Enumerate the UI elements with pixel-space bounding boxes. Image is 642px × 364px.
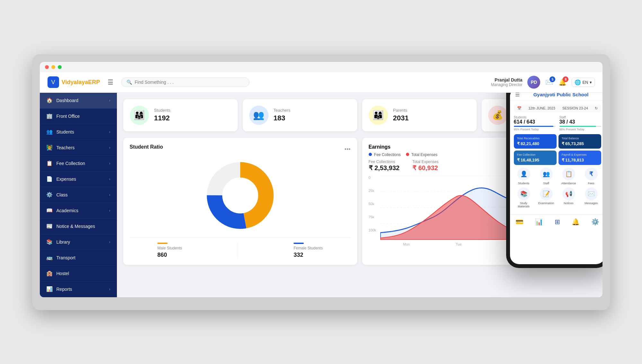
staff-quick-icon: 👥 xyxy=(540,168,553,180)
students-stat-icon: 👨‍👩‍👧 xyxy=(130,106,149,125)
svg-point-3 xyxy=(223,178,258,213)
user-name: Pranjal Dutta xyxy=(491,77,522,82)
logo-text-part1: Vidyalaya xyxy=(62,79,88,85)
students-quick-label: Students xyxy=(518,182,530,185)
attendance-quick-icon: 📋 xyxy=(562,168,575,180)
students-stat-info: Students 1192 xyxy=(154,108,171,122)
phone-icon-fees[interactable]: ₹ Fees xyxy=(581,168,601,185)
dashboard-icon: 🏠 xyxy=(46,97,53,104)
sidebar: 🏠 Dashboard › 🏢 Front Office 👥 Students … xyxy=(40,93,117,297)
mobile-phone: ☰ Gyanjyoti Public School 📅 12th JUNE, 2… xyxy=(506,93,602,268)
sidebar-label-class: Class xyxy=(57,192,109,197)
sidebar-item-library[interactable]: 📚 Library › xyxy=(40,234,117,250)
sidebar-item-reports[interactable]: 📊 Reports › xyxy=(40,282,117,297)
phone-students-pct: 95% Present Today xyxy=(514,128,556,131)
top-nav: V VidyalayaERP ☰ 🔍 Pranjal Dutta Managin… xyxy=(40,72,602,93)
search-input[interactable] xyxy=(135,80,244,85)
donut-container: Male Students 860 Female Students 332 xyxy=(130,160,351,258)
phone-icon-exam[interactable]: 📝 Examination xyxy=(536,187,556,208)
donut-legend: Male Students 860 Female Students 332 xyxy=(130,237,351,258)
male-legend-line xyxy=(157,243,168,244)
hamburger-button[interactable]: ☰ xyxy=(106,77,115,87)
app-body: 🏠 Dashboard › 🏢 Front Office 👥 Students … xyxy=(40,93,602,297)
y-label-0: 0 xyxy=(369,176,380,179)
stat-card-students: 👨‍👩‍👧 Students 1192 xyxy=(123,99,238,131)
browser-dot-green xyxy=(58,65,62,69)
fees-quick-label: Fees xyxy=(588,182,594,185)
phone-session-icon: ↻ xyxy=(595,106,598,110)
sidebar-item-class[interactable]: ⚙️ Class › xyxy=(40,187,117,203)
sidebar-item-students[interactable]: 👥 Students › xyxy=(40,124,117,140)
sidebar-label-fee-collection: Fee Collection xyxy=(57,161,109,166)
earnings-legend: Fee Collections Total Expenses xyxy=(369,152,438,157)
female-legend-label: Female Students xyxy=(294,246,323,250)
sidebar-item-fee-collection[interactable]: 📋 Fee Collection › xyxy=(40,156,117,171)
mail-button[interactable]: ✉️ 5 xyxy=(545,78,553,86)
sidebar-item-expenses[interactable]: 📄 Expenses › xyxy=(40,171,117,187)
phone-body: 📅 12th JUNE, 2023 SESSION 23-24 ↻ Studen… xyxy=(510,100,602,214)
expense-value-block: Total Expenses ₹ 60,932 xyxy=(412,160,438,172)
user-info: Pranjal Dutta Managing Director xyxy=(491,77,522,87)
language-button[interactable]: 🌐 EN ▾ xyxy=(572,78,594,87)
hostel-icon: 🏨 xyxy=(46,270,53,277)
phone-icon-attendance[interactable]: 📋 Attendance xyxy=(559,168,579,185)
sidebar-item-academics[interactable]: 📖 Academics › xyxy=(40,203,117,219)
notices-quick-icon: 📢 xyxy=(562,187,575,200)
stat-card-parents: 👨‍👩‍👦 Parents 2031 xyxy=(362,99,477,131)
phone-icon-messages[interactable]: ✉️ Messages xyxy=(581,187,601,208)
class-icon: ⚙️ xyxy=(46,192,53,198)
phone-nav-bell[interactable]: 🔔 xyxy=(572,218,580,226)
phone-nav-wallet[interactable]: 💳 xyxy=(515,218,523,226)
sidebar-label-library: Library xyxy=(57,239,109,245)
phone-school-name: Gyanjyoti Public School xyxy=(522,93,600,97)
phone-icon-study[interactable]: 📚 Study Materials xyxy=(514,187,534,208)
sidebar-item-teachers[interactable]: 👨‍🏫 Teachers › xyxy=(40,140,117,156)
academics-icon: 📖 xyxy=(46,207,53,214)
exam-quick-label: Examination xyxy=(538,202,554,205)
phone-quick-icons-row1: 👤 Students 👥 Staff 📋 Attendance xyxy=(514,168,601,185)
notif-badge: 8 xyxy=(563,76,568,82)
phone-students-bar-fill xyxy=(514,126,554,127)
chevron-reports: › xyxy=(109,287,110,291)
parents-stat-icon: 👨‍👩‍👦 xyxy=(369,106,388,125)
teachers-stat-label: Teachers xyxy=(274,108,291,113)
chevron-fee-collection: › xyxy=(109,161,110,166)
browser-chrome xyxy=(40,62,602,72)
sidebar-item-front-office[interactable]: 🏢 Front Office xyxy=(40,108,117,124)
sidebar-item-dashboard[interactable]: 🏠 Dashboard › xyxy=(40,93,117,108)
phone-hamburger-icon: ☰ xyxy=(515,93,520,98)
phone-nav-grid[interactable]: ⊞ xyxy=(555,218,560,226)
phone-bottom-nav: 💳 📊 ⊞ 🔔 ⚙️ xyxy=(510,214,602,229)
reports-icon: 📊 xyxy=(46,286,53,292)
parents-stat-info: Parents 2031 xyxy=(393,108,409,122)
phone-payroll-label: Payroll & Expenses xyxy=(562,153,598,156)
sidebar-item-notice-messages[interactable]: 📰 Notice & Messages xyxy=(40,219,117,234)
sidebar-item-transport[interactable]: 🚌 Transport xyxy=(40,250,117,266)
sidebar-item-hostel[interactable]: 🏨 Hostel xyxy=(40,266,117,282)
chevron-class: › xyxy=(109,193,110,197)
language-label: EN xyxy=(582,80,588,85)
fee-collection-earn-value: ₹ 2,53,932 xyxy=(369,164,400,172)
phone-payroll: Payroll & Expenses ₹ 11,78,813 xyxy=(558,151,601,165)
male-legend-label: Male Students xyxy=(157,246,182,250)
phone-receivables-label: Total Receivables xyxy=(517,137,553,140)
students-icon: 👥 xyxy=(46,129,53,135)
phone-icon-students[interactable]: 👤 Students xyxy=(514,168,534,185)
y-label-75k: 75k xyxy=(369,215,380,219)
chevron-academics: › xyxy=(109,208,110,213)
earnings-title: Earnings Fee Collections Total Expenses xyxy=(369,144,438,157)
notifications-button[interactable]: 🔔 8 xyxy=(558,78,567,86)
phone-students-value: 614 / 643 xyxy=(514,119,556,125)
expenses-icon: 📄 xyxy=(46,176,53,182)
phone-staff-pct: 88% Present Today xyxy=(559,128,601,131)
phone-icon-notices[interactable]: 📢 Notices xyxy=(559,187,579,208)
browser-dot-yellow xyxy=(51,65,55,69)
students-stat-label: Students xyxy=(154,108,171,113)
phone-nav-settings[interactable]: ⚙️ xyxy=(591,218,599,226)
chart-options-button[interactable]: ••• xyxy=(345,146,351,153)
sidebar-label-front-office: Front Office xyxy=(57,114,110,119)
phone-screen: ☰ Gyanjyoti Public School 📅 12th JUNE, 2… xyxy=(510,93,602,264)
globe-icon: 🌐 xyxy=(575,79,581,85)
phone-icon-staff[interactable]: 👥 Staff xyxy=(536,168,556,185)
phone-nav-chart[interactable]: 📊 xyxy=(535,218,543,226)
